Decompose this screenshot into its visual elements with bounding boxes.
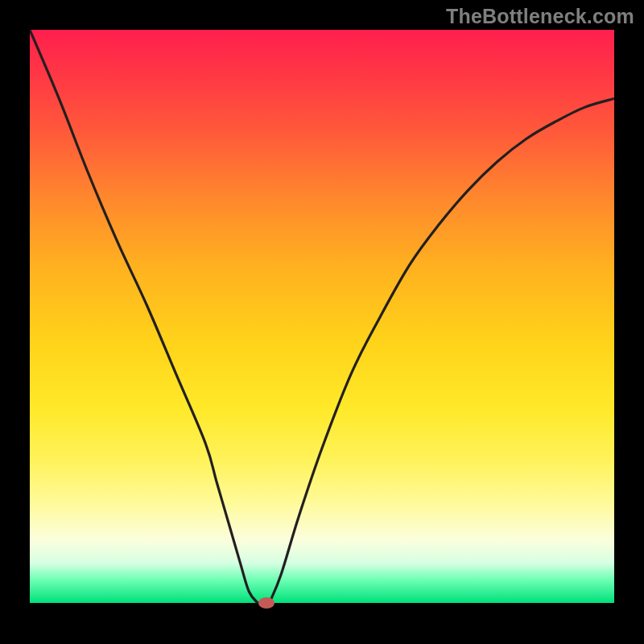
watermark-text: TheBottleneck.com bbox=[446, 5, 634, 28]
plot-area bbox=[30, 30, 614, 614]
chart-frame: TheBottleneck.com bbox=[0, 0, 644, 644]
bottleneck-curve bbox=[30, 30, 614, 614]
minimum-marker bbox=[258, 597, 275, 609]
curve-path bbox=[30, 30, 614, 603]
